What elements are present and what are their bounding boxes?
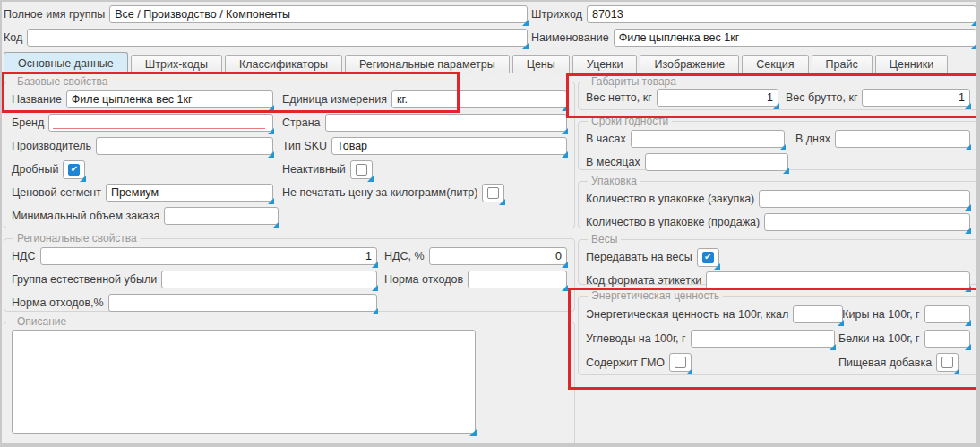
product-name-field: Наименование bbox=[531, 28, 976, 47]
shelf-months-input[interactable] bbox=[645, 153, 788, 171]
no-price-per-kg-checkbox[interactable]: ✔ bbox=[482, 184, 504, 202]
tab-regional-params[interactable]: Региональные параметры bbox=[345, 55, 510, 73]
shelf-months-label: В месяцах bbox=[586, 156, 640, 168]
inactive-checkbox[interactable]: ✔ bbox=[350, 160, 373, 179]
tab-barcodes[interactable]: Штрих-коды bbox=[131, 55, 222, 73]
gross-weight-label: Вес брутто, кг bbox=[786, 91, 857, 104]
price-segment-label: Ценовой сегмент bbox=[12, 186, 101, 199]
brand-input[interactable] bbox=[48, 114, 273, 132]
group-packaging: Упаковка Количество в упаковке (закупка)… bbox=[578, 175, 978, 228]
check-icon: ✔ bbox=[68, 164, 80, 176]
right-column: Габариты товара Вес нетто, кг Вес брутто… bbox=[578, 75, 978, 375]
net-weight-input[interactable] bbox=[657, 89, 778, 107]
fats-input[interactable] bbox=[924, 305, 970, 323]
unit-label: Единица измерения bbox=[282, 93, 387, 106]
unit-input[interactable] bbox=[391, 90, 567, 108]
fractional-label: Дробный bbox=[12, 163, 58, 176]
inactive-label: Неактивный bbox=[282, 163, 346, 176]
shelf-days-input[interactable] bbox=[835, 130, 970, 148]
code-field: Код bbox=[4, 28, 528, 47]
group-description-title: Описание bbox=[13, 315, 70, 328]
label-format-code-input[interactable] bbox=[706, 271, 970, 289]
vat-percent-label: НДС, % bbox=[384, 250, 425, 262]
group-scales-title: Весы bbox=[588, 233, 621, 245]
check-icon: ✔ bbox=[356, 164, 367, 176]
manufacturer-label: Производитель bbox=[12, 140, 91, 152]
pack-sale-qty-label: Количество в упаковке (продажа) bbox=[586, 216, 760, 228]
description-textarea[interactable] bbox=[12, 330, 476, 434]
pack-sale-qty-input[interactable] bbox=[764, 213, 970, 231]
shelf-days-label: В днях bbox=[795, 133, 830, 145]
tab-strip: Основные данные Штрих-коды Классификатор… bbox=[4, 52, 948, 73]
group-basic-properties: Базовые свойства Название Единица измере… bbox=[4, 75, 575, 228]
sku-type-label: Тип SKU bbox=[282, 140, 327, 152]
barcode-label: Штрихкод bbox=[531, 8, 582, 21]
pack-purchase-qty-input[interactable] bbox=[759, 190, 970, 208]
tab-image[interactable]: Изображение bbox=[640, 55, 739, 73]
tab-prices[interactable]: Цены bbox=[512, 55, 570, 73]
group-regional-properties: Региональные свойства НДС НДС, % Группа … bbox=[4, 232, 575, 312]
waste-rate-percent-input[interactable] bbox=[108, 294, 377, 312]
group-description: Описание bbox=[4, 315, 575, 445]
carbs-input[interactable] bbox=[691, 330, 835, 348]
check-icon: ✔ bbox=[702, 252, 714, 263]
group-regional-properties-title: Региональные свойства bbox=[13, 232, 141, 245]
net-weight-label: Вес нетто, кг bbox=[586, 91, 652, 104]
energy-value-label: Энергетическая ценность на 100г, ккал bbox=[586, 308, 788, 321]
product-name-input[interactable] bbox=[614, 29, 976, 47]
natural-loss-group-label: Группа естественной убыли bbox=[12, 273, 157, 286]
vat-input[interactable] bbox=[40, 247, 377, 265]
proteins-label: Белки на 100г, г bbox=[838, 332, 920, 345]
product-name-label: Наименование bbox=[531, 31, 609, 44]
country-label: Страна bbox=[282, 116, 321, 129]
barcode-input[interactable] bbox=[587, 5, 976, 23]
vat-label: НДС bbox=[12, 250, 36, 262]
sku-type-input[interactable] bbox=[331, 137, 567, 155]
check-icon: ✔ bbox=[487, 187, 499, 199]
waste-rate-input[interactable] bbox=[468, 271, 567, 288]
proteins-input[interactable] bbox=[924, 330, 970, 348]
label-format-code-label: Код формата этикетки bbox=[586, 274, 701, 287]
group-dimensions: Габариты товара Вес нетто, кг Вес брутто… bbox=[578, 75, 978, 110]
check-icon: ✔ bbox=[941, 357, 953, 368]
manufacturer-input[interactable] bbox=[96, 137, 273, 155]
full-group-name-label: Полное имя группы bbox=[4, 8, 105, 21]
group-dimensions-title: Габариты товара bbox=[588, 75, 680, 88]
waste-rate-percent-label: Норма отходов,% bbox=[12, 297, 104, 309]
country-input[interactable] bbox=[325, 114, 567, 132]
shelf-hours-input[interactable] bbox=[631, 130, 785, 148]
brand-label: Бренд bbox=[12, 116, 44, 129]
full-group-name-input[interactable] bbox=[109, 5, 528, 23]
tab-markdowns[interactable]: Уценки bbox=[572, 55, 638, 73]
food-additive-checkbox[interactable]: ✔ bbox=[936, 353, 959, 372]
vat-percent-input[interactable] bbox=[429, 247, 567, 265]
full-group-name-field: Полное имя группы bbox=[4, 4, 528, 24]
send-to-scales-label: Передавать на весы bbox=[586, 251, 692, 263]
tab-classifiers[interactable]: Классификаторы bbox=[225, 55, 342, 73]
natural-loss-group-input[interactable] bbox=[161, 271, 377, 288]
group-scales: Весы Передавать на весы ✔ Код формата эт… bbox=[578, 233, 978, 285]
code-input[interactable] bbox=[27, 29, 528, 47]
min-order-volume-label: Минимальный объем заказа bbox=[12, 210, 159, 222]
price-segment-input[interactable] bbox=[106, 184, 273, 202]
fractional-checkbox[interactable]: ✔ bbox=[63, 160, 85, 179]
tab-price-list[interactable]: Прайс bbox=[812, 55, 873, 73]
min-order-volume-input[interactable] bbox=[164, 207, 279, 225]
tab-main-data[interactable]: Основные данные bbox=[4, 52, 128, 73]
left-column: Базовые свойства Название Единица измере… bbox=[4, 75, 575, 445]
gmo-label: Содержит ГМО bbox=[586, 357, 665, 369]
gross-weight-input[interactable] bbox=[862, 89, 970, 107]
send-to-scales-checkbox[interactable]: ✔ bbox=[697, 248, 719, 267]
product-card-window: Полное имя группы Штрихкод Код Наименова… bbox=[0, 0, 980, 447]
tab-section[interactable]: Секция bbox=[742, 55, 808, 73]
name-input[interactable] bbox=[66, 90, 273, 108]
barcode-field: Штрихкод bbox=[531, 4, 976, 24]
check-icon: ✔ bbox=[675, 357, 686, 368]
group-packaging-title: Упаковка bbox=[588, 175, 640, 187]
gmo-checkbox[interactable]: ✔ bbox=[669, 353, 692, 372]
pack-purchase-qty-label: Количество в упаковке (закупка) bbox=[586, 193, 754, 205]
no-price-per-kg-label: Не печатать цену за килограмм(литр) bbox=[282, 186, 477, 199]
fats-label: Жиры на 100г, г bbox=[838, 308, 920, 321]
energy-value-input[interactable] bbox=[793, 305, 843, 323]
tab-price-tags[interactable]: Ценники bbox=[875, 55, 948, 73]
